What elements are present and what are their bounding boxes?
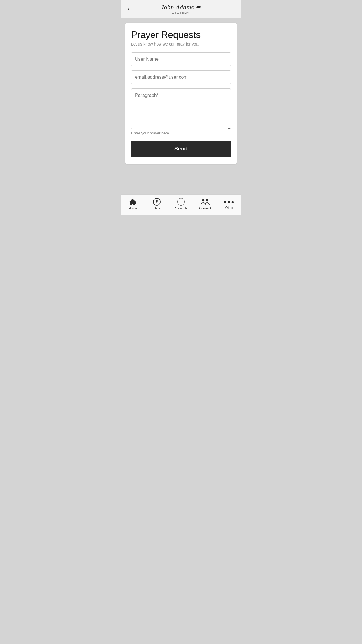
- username-input[interactable]: [131, 52, 231, 66]
- app-header: ‹ John Adams ✒ ACADEMY: [121, 0, 241, 18]
- nav-about-label: About Us: [174, 206, 187, 210]
- nav-home-label: Home: [129, 206, 137, 210]
- svg-rect-0: [132, 203, 133, 204]
- give-icon: P: [153, 198, 161, 206]
- other-icon: ●●●: [224, 199, 235, 205]
- bottom-nav: Home P Give i About Us Connect ●●● Other: [121, 194, 241, 215]
- nav-give-label: Give: [154, 206, 160, 210]
- nav-connect-label: Connect: [199, 206, 211, 210]
- logo-pen-icon: ✒: [194, 4, 201, 11]
- nav-item-other[interactable]: ●●● Other: [217, 198, 241, 211]
- form-title: Prayer Requests: [131, 30, 231, 40]
- svg-point-2: [206, 199, 208, 202]
- svg-point-1: [202, 199, 204, 202]
- paragraph-hint: Enter your prayer here.: [131, 131, 231, 135]
- back-button[interactable]: ‹: [125, 4, 132, 14]
- app-logo: John Adams ✒ ACADEMY: [161, 4, 201, 14]
- academy-label: ACADEMY: [161, 12, 201, 14]
- connect-icon: [201, 198, 210, 206]
- logo-name: John Adams: [161, 4, 194, 11]
- nav-item-home[interactable]: Home: [121, 197, 145, 211]
- nav-other-label: Other: [225, 206, 233, 209]
- send-button[interactable]: Send: [131, 141, 231, 157]
- home-icon: [129, 198, 136, 206]
- prayer-request-card: Prayer Requests Let us know how we can p…: [125, 23, 237, 164]
- email-input[interactable]: [131, 70, 231, 84]
- nav-item-connect[interactable]: Connect: [193, 197, 217, 211]
- logo-text: John Adams ✒: [161, 4, 201, 11]
- paragraph-textarea[interactable]: [131, 88, 231, 129]
- nav-item-about[interactable]: i About Us: [169, 197, 193, 211]
- main-content: Prayer Requests Let us know how we can p…: [121, 18, 241, 194]
- nav-item-give[interactable]: P Give: [145, 197, 169, 211]
- form-subtitle: Let us know how we can pray for you.: [131, 42, 231, 46]
- about-icon: i: [177, 198, 185, 206]
